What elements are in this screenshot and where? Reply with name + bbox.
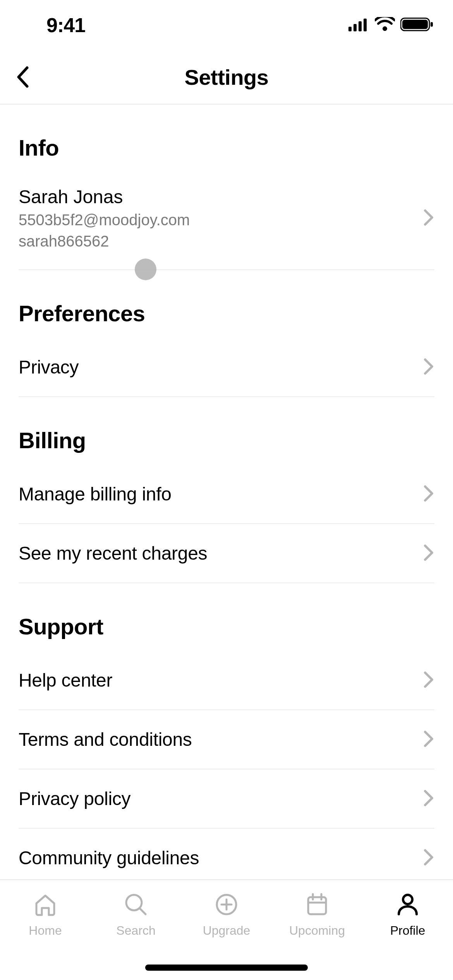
home-icon xyxy=(32,891,59,918)
status-icons xyxy=(348,17,434,34)
tab-label: Upgrade xyxy=(203,923,251,938)
account-email: 5503b5f2@moodjoy.com xyxy=(19,211,190,229)
back-button[interactable] xyxy=(12,65,35,89)
row-label: Community guidelines xyxy=(19,847,199,869)
chevron-right-icon xyxy=(424,485,434,504)
tab-home[interactable]: Home xyxy=(0,891,91,980)
svg-point-16 xyxy=(403,895,412,904)
svg-rect-3 xyxy=(364,19,367,31)
calendar-icon xyxy=(304,891,331,918)
section-title-preferences: Preferences xyxy=(19,300,434,326)
status-bar: 9:41 xyxy=(0,0,453,50)
row-label: Privacy policy xyxy=(19,788,130,809)
tab-bar: Home Search Upgrade Upcoming Profile xyxy=(0,879,453,980)
svg-rect-1 xyxy=(353,24,357,31)
cellular-icon xyxy=(348,17,369,33)
row-terms[interactable]: Terms and conditions xyxy=(19,710,434,769)
profile-icon xyxy=(394,891,421,918)
row-community-guidelines[interactable]: Community guidelines xyxy=(19,829,434,887)
tab-profile[interactable]: Profile xyxy=(362,891,453,980)
home-indicator xyxy=(145,965,308,971)
tab-label: Home xyxy=(29,923,62,938)
row-label: See my recent charges xyxy=(19,543,207,564)
row-privacy[interactable]: Privacy xyxy=(19,338,434,397)
chevron-left-icon xyxy=(15,65,31,89)
account-username: sarah866562 xyxy=(19,233,190,250)
status-time: 9:41 xyxy=(46,14,85,37)
row-label: Terms and conditions xyxy=(19,729,192,750)
tab-label: Search xyxy=(116,923,155,938)
svg-rect-5 xyxy=(402,20,428,29)
tab-label: Upcoming xyxy=(289,923,345,938)
section-title-info: Info xyxy=(19,135,434,161)
page-title: Settings xyxy=(185,65,269,90)
svg-rect-0 xyxy=(348,27,352,31)
chevron-right-icon xyxy=(424,358,434,377)
chevron-right-icon xyxy=(424,544,434,563)
row-label: Manage billing info xyxy=(19,483,172,505)
search-icon xyxy=(122,891,149,918)
settings-content: Info Sarah Jonas 5503b5f2@moodjoy.com sa… xyxy=(0,135,453,887)
row-label: Privacy xyxy=(19,356,79,378)
chevron-right-icon xyxy=(424,671,434,690)
touch-indicator xyxy=(135,259,156,280)
svg-rect-2 xyxy=(359,21,362,31)
tab-label: Profile xyxy=(390,923,426,938)
wifi-icon xyxy=(375,17,395,33)
row-help-center[interactable]: Help center xyxy=(19,651,434,710)
section-title-billing: Billing xyxy=(19,427,434,453)
row-label: Help center xyxy=(19,670,112,691)
section-title-support: Support xyxy=(19,613,434,639)
svg-line-8 xyxy=(140,908,146,914)
battery-icon xyxy=(400,17,434,34)
chevron-right-icon xyxy=(424,849,434,867)
account-name: Sarah Jonas xyxy=(19,186,190,207)
plus-circle-icon xyxy=(213,891,240,918)
row-recent-charges[interactable]: See my recent charges xyxy=(19,524,434,583)
chevron-right-icon xyxy=(424,790,434,808)
chevron-right-icon xyxy=(424,209,434,228)
svg-rect-6 xyxy=(431,22,433,27)
svg-rect-12 xyxy=(308,897,326,914)
chevron-right-icon xyxy=(424,730,434,749)
top-nav: Settings xyxy=(0,50,453,105)
row-manage-billing[interactable]: Manage billing info xyxy=(19,465,434,524)
row-account-info[interactable]: Sarah Jonas 5503b5f2@moodjoy.com sarah86… xyxy=(19,172,434,270)
row-privacy-policy[interactable]: Privacy policy xyxy=(19,769,434,829)
